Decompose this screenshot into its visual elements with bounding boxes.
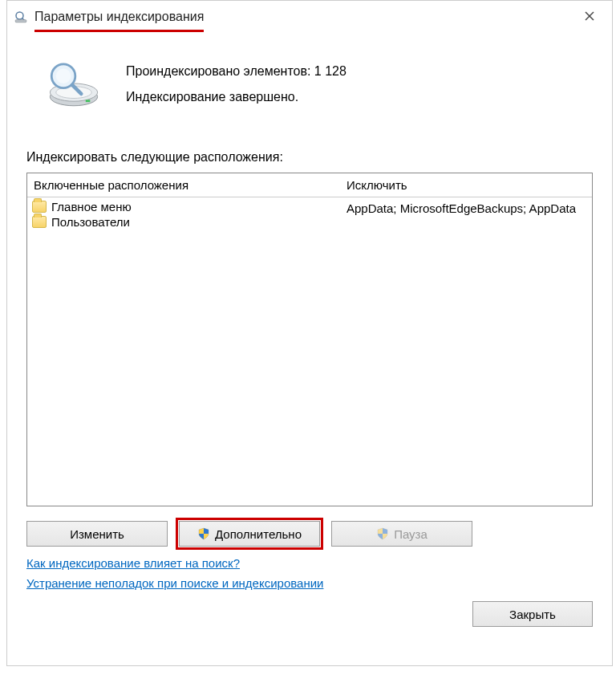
list-item-label: Главное меню — [51, 200, 132, 213]
close-button-label: Закрыть — [509, 608, 556, 621]
advanced-button[interactable]: Дополнительно — [179, 521, 320, 547]
svg-rect-2 — [15, 20, 26, 22]
svg-rect-11 — [86, 100, 91, 102]
troubleshoot-indexing-link[interactable]: Устранение неполадок при поиске и индекс… — [26, 576, 323, 590]
hard-drive-magnifier-icon — [44, 54, 103, 113]
advanced-button-label: Дополнительно — [215, 527, 302, 541]
list-item[interactable]: Главное меню — [29, 199, 338, 214]
list-item[interactable]: Пользователи — [29, 214, 338, 230]
column-header-excluded[interactable]: Исключить — [340, 173, 592, 197]
locations-section-label: Индексировать следующие расположения: — [26, 150, 593, 165]
modify-button[interactable]: Изменить — [26, 521, 168, 547]
close-window-button[interactable] — [573, 4, 606, 30]
locations-header-row: Включенные расположения Исключить — [27, 173, 592, 197]
uac-shield-icon — [197, 527, 210, 540]
close-button[interactable]: Закрыть — [472, 601, 593, 627]
folder-icon — [32, 216, 47, 228]
status-texts: Проиндексировано элементов: 1 128 Индекс… — [126, 54, 346, 110]
pause-button-label: Пауза — [394, 527, 428, 541]
uac-shield-icon — [376, 527, 389, 540]
locations-listbox[interactable]: Включенные расположения Исключить Главно… — [26, 173, 593, 506]
status-row: Проиндексировано элементов: 1 128 Индекс… — [26, 46, 593, 118]
help-links: Как индексирование влияет на поиск? Устр… — [26, 556, 593, 590]
modify-button-label: Изменить — [70, 527, 124, 541]
included-column: Главное меню Пользователи — [27, 197, 340, 506]
dialog-body: Проиндексировано элементов: 1 128 Индекс… — [7, 33, 612, 640]
indexing-status-text: Индексирование завершено. — [126, 84, 346, 110]
titlebar: Параметры индексирования — [7, 1, 612, 33]
column-header-included[interactable]: Включенные расположения — [27, 173, 340, 197]
pause-button: Пауза — [331, 521, 472, 547]
footer: Закрыть — [26, 601, 593, 627]
window-title: Параметры индексирования — [34, 10, 204, 23]
how-indexing-affects-search-link[interactable]: Как индексирование влияет на поиск? — [26, 556, 240, 570]
close-icon — [585, 10, 594, 23]
indexing-magnifier-icon — [14, 10, 28, 24]
excluded-column: AppData; MicrosoftEdgeBackups; AppData — [340, 197, 592, 506]
locations-body: Главное меню Пользователи AppData; Micro… — [27, 197, 592, 506]
folder-icon — [32, 201, 47, 213]
indexing-options-window: Параметры индексирования — [6, 0, 613, 666]
svg-point-9 — [56, 69, 71, 84]
list-item-label: Пользователи — [51, 215, 130, 229]
indexed-count-text: Проиндексировано элементов: 1 128 — [126, 59, 346, 84]
list-item-excluded: AppData; MicrosoftEdgeBackups; AppData — [346, 201, 586, 216]
title-highlight-underline — [34, 30, 204, 32]
buttons-row: Изменить Дополнительно — [26, 521, 593, 547]
